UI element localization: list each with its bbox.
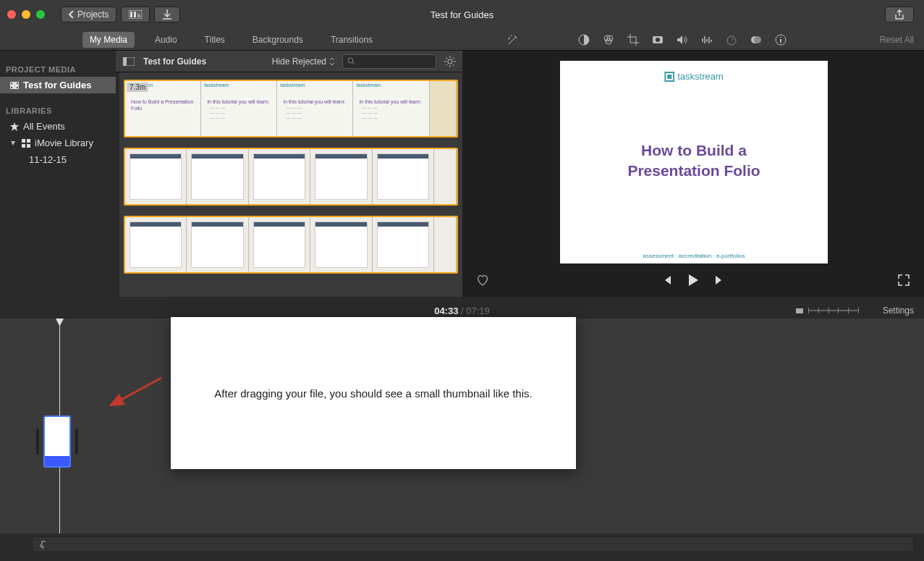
clip-thumbnail[interactable] xyxy=(125,149,187,204)
download-arrow-icon xyxy=(163,9,171,20)
audio-track-well[interactable] xyxy=(32,536,914,552)
timecode-row: 04:33 / 07:19 Settings xyxy=(0,303,924,319)
color-correction-icon[interactable] xyxy=(601,33,616,47)
clip-thumbnail[interactable] xyxy=(430,81,457,136)
sidebar-item-project[interactable]: Test for Guides xyxy=(0,77,116,93)
prev-frame-button[interactable] xyxy=(660,273,674,287)
sidebar-item-event[interactable]: 11-12-15 xyxy=(0,151,116,168)
timeline-clip-thumbnail[interactable] xyxy=(43,416,71,468)
svg-rect-24 xyxy=(22,144,25,148)
window-title: Test for Guides xyxy=(431,9,493,20)
fullscreen-button[interactable] xyxy=(897,273,911,287)
clip-thumbnail[interactable]: taskstreamIn this tutorial you will lear… xyxy=(353,81,429,136)
clip-thumbnail[interactable] xyxy=(434,217,457,272)
svg-rect-18 xyxy=(11,83,12,84)
sidebar-item-library[interactable]: iMovie Library xyxy=(0,135,116,151)
info-icon[interactable] xyxy=(773,33,788,47)
play-button[interactable] xyxy=(686,273,700,287)
search-input[interactable] xyxy=(342,54,436,69)
svg-point-8 xyxy=(656,38,660,42)
library-view-button[interactable] xyxy=(121,7,150,22)
annotation-text: After dragging your file, you should see… xyxy=(214,387,532,400)
clip-thumbnail[interactable] xyxy=(187,217,248,272)
toolbar-group: Projects xyxy=(61,7,180,22)
timecode-total: 07:19 xyxy=(466,305,490,316)
timeline-settings-button[interactable]: Settings xyxy=(883,305,914,316)
svg-point-11 xyxy=(754,36,761,43)
sidebar-project-label: Test for Guides xyxy=(23,80,91,90)
back-label: Projects xyxy=(77,9,109,20)
next-frame-button[interactable] xyxy=(712,273,726,287)
titlebar: Projects Test for Guides xyxy=(0,0,924,29)
minimize-window-button[interactable] xyxy=(22,10,30,19)
clip-thumbnail[interactable] xyxy=(249,217,310,272)
preview-slide-footer: assessment · accreditation · e-portfolio… xyxy=(560,253,828,259)
timecode-separator: / xyxy=(461,305,464,316)
brand-mark-icon xyxy=(664,72,674,82)
preview-controls xyxy=(462,269,924,291)
clip-thumbnail[interactable] xyxy=(310,149,372,204)
svg-rect-23 xyxy=(27,139,30,143)
filter-dropdown[interactable]: Hide Rejected xyxy=(272,56,335,67)
star-icon xyxy=(10,122,19,131)
tab-my-media[interactable]: My Media xyxy=(82,32,135,48)
disclosure-triangle-icon[interactable] xyxy=(10,140,16,146)
volume-icon[interactable] xyxy=(675,33,690,47)
clip-trim-handle-left[interactable] xyxy=(36,429,39,455)
clip-duration-badge: 7.3m xyxy=(127,83,148,92)
back-to-projects-button[interactable]: Projects xyxy=(61,7,116,22)
noise-equalizer-icon[interactable] xyxy=(700,33,714,47)
clip-filter-icon[interactable] xyxy=(749,33,763,47)
svg-rect-22 xyxy=(22,139,25,143)
favorite-heart-icon[interactable] xyxy=(475,273,490,287)
clip-browser[interactable]: 7.3m taskstreamHow to Build a Presentati… xyxy=(119,72,462,297)
clip-thumbnail[interactable] xyxy=(373,217,434,272)
svg-rect-21 xyxy=(17,87,18,88)
enhance-magic-icon[interactable] xyxy=(506,33,520,47)
filmstrip-icon xyxy=(129,10,142,19)
zoom-control[interactable] xyxy=(795,306,859,315)
close-window-button[interactable] xyxy=(7,10,16,19)
clip-thumbnail[interactable] xyxy=(125,217,187,272)
tab-backgrounds[interactable]: Backgrounds xyxy=(245,32,310,48)
sidebar-toggle-icon[interactable] xyxy=(122,54,136,69)
clip-thumbnail[interactable] xyxy=(373,149,434,204)
svg-rect-25 xyxy=(27,144,30,148)
svg-rect-27 xyxy=(667,75,671,79)
sidebar-all-events-label: All Events xyxy=(23,121,65,132)
clip-thumbnail[interactable] xyxy=(187,149,248,204)
annotation-callout: After dragging your file, you should see… xyxy=(171,317,576,469)
sidebar-event-label: 11-12-15 xyxy=(29,154,67,165)
clip-thumbnail[interactable] xyxy=(310,217,372,272)
preview-viewport[interactable]: taskstream How to Build a Presentation F… xyxy=(560,61,828,263)
filter-label: Hide Rejected xyxy=(272,56,326,67)
browser-project-name: Test for Guides xyxy=(143,56,206,67)
adjustment-tools: Reset All xyxy=(462,29,924,50)
tab-transitions[interactable]: Transitions xyxy=(323,32,380,48)
clip-filmstrip-row[interactable]: 7.3m taskstreamHow to Build a Presentati… xyxy=(124,80,458,138)
zoom-slider[interactable] xyxy=(808,310,859,311)
media-tabs: My Media Audio Titles Backgrounds Transi… xyxy=(0,29,462,50)
clip-thumbnail[interactable] xyxy=(434,149,457,204)
crop-icon[interactable] xyxy=(626,33,640,47)
share-icon xyxy=(894,9,904,20)
speed-icon[interactable] xyxy=(724,33,739,47)
stabilization-icon[interactable] xyxy=(650,33,665,47)
browser-settings-gear-icon[interactable] xyxy=(444,55,457,68)
reset-all-button[interactable]: Reset All xyxy=(880,35,914,45)
color-balance-icon[interactable] xyxy=(577,33,591,47)
clip-filmstrip-row[interactable] xyxy=(124,216,458,274)
sidebar-item-all-events[interactable]: All Events xyxy=(0,118,116,135)
share-button[interactable] xyxy=(885,7,914,22)
clip-thumbnail[interactable]: taskstreamIn this tutorial you will lear… xyxy=(277,81,353,136)
clip-trim-handle-right[interactable] xyxy=(75,429,78,455)
clip-thumbnail[interactable] xyxy=(249,149,310,204)
zoom-window-button[interactable] xyxy=(36,10,45,19)
import-button[interactable] xyxy=(154,7,180,22)
clip-thumbnail[interactable]: taskstreamIn this tutorial you will lear… xyxy=(201,81,277,136)
tab-titles[interactable]: Titles xyxy=(198,32,232,48)
updown-chevron-icon xyxy=(329,58,335,65)
music-note-icon xyxy=(38,540,47,549)
clip-filmstrip-row[interactable] xyxy=(124,148,458,206)
tab-audio[interactable]: Audio xyxy=(148,32,185,48)
